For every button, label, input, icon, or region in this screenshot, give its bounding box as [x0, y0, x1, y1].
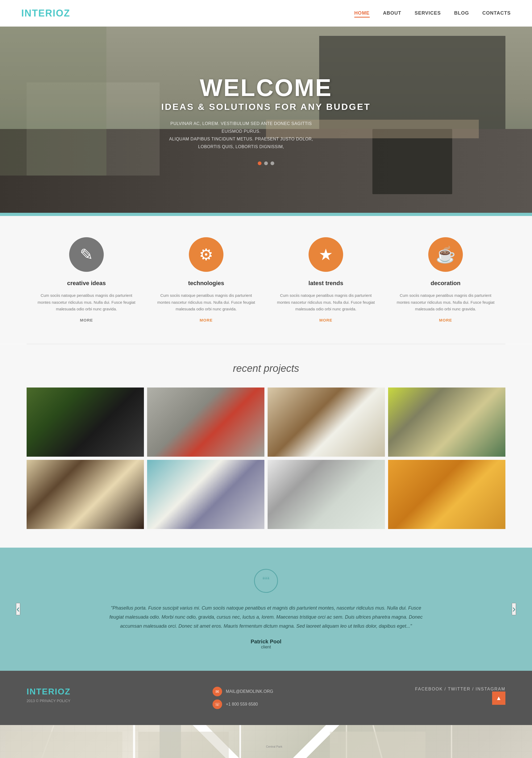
- email-icon: ✉: [213, 687, 222, 696]
- footer-logo-accent: OZ: [58, 687, 70, 696]
- testimonial-author: Patrick Pool: [53, 638, 479, 645]
- features-section: ✎ creative ideas Cum sociis natoque pena…: [0, 216, 532, 344]
- technologies-title: technologies: [154, 280, 259, 287]
- hero-content: WELCOME IDEAS & SOLUTIONS FOR ANY BUDGET…: [161, 74, 371, 151]
- decoration-icon: ☕: [428, 237, 463, 272]
- hero-dot-2[interactable]: [264, 161, 268, 165]
- project-thumb-3[interactable]: [267, 388, 385, 457]
- feature-decoration: ☕ decoration Cum sociis natoque penatibu…: [393, 237, 498, 323]
- hero-carousel-dots: [258, 161, 274, 165]
- decoration-title: decoration: [393, 280, 498, 287]
- footer-contact-info: ✉ MAIL@DEMOLINK.ORG ☏ +1 800 559 6580: [213, 687, 273, 709]
- project-thumb-4[interactable]: [388, 388, 505, 457]
- technologies-icon: ⚙: [189, 237, 224, 272]
- feature-latest-trends: ★ latest trends Cum sociis natoque penat…: [273, 237, 378, 323]
- nav-link-about[interactable]: ABOUT: [383, 10, 401, 16]
- quote-icon: ““: [254, 569, 278, 593]
- teal-divider: [0, 213, 532, 216]
- project-thumb-2[interactable]: [147, 388, 265, 457]
- footer-logo: INTERIOZ: [27, 687, 70, 697]
- nav-item-contacts[interactable]: CONTACTS: [482, 10, 511, 16]
- main-nav: HOMEABOUTSERVICESBLOGCONTACTS: [354, 10, 511, 16]
- hero-line2: ALIQUAM DAPIBUS TINCIDUNT METUS. PRAESEN…: [161, 135, 321, 151]
- phone-icon: ☏: [213, 700, 222, 709]
- projects-section: recent projects: [0, 344, 532, 548]
- nav-item-home[interactable]: HOME: [354, 10, 370, 16]
- creative-ideas-desc: Cum sociis natoque penatibus magnis dis …: [34, 292, 139, 313]
- logo-text-accent: OZ: [56, 8, 70, 18]
- latest-trends-more-link[interactable]: MORE: [319, 318, 333, 322]
- back-to-top-button[interactable]: ▲: [492, 692, 505, 705]
- footer-logo-main: INTERI: [27, 687, 58, 696]
- project-thumb-5[interactable]: [27, 460, 144, 529]
- quote-mark: ““: [263, 575, 270, 587]
- footer-copyright: 2013 © PRIVACY POLICY: [27, 699, 70, 703]
- project-thumb-1[interactable]: [27, 388, 144, 457]
- creative-ideas-more-link[interactable]: MORE: [80, 318, 93, 322]
- map-section[interactable]: City Hall Central Park Forbes Ave: [0, 725, 532, 758]
- testimonial-role: client: [53, 645, 479, 649]
- footer-email-row: ✉ MAIL@DEMOLINK.ORG: [213, 687, 273, 696]
- hero-title: WELCOME: [161, 74, 371, 102]
- latest-trends-title: latest trends: [273, 280, 378, 287]
- projects-grid: [27, 388, 505, 529]
- nav-link-blog[interactable]: BLOG: [454, 10, 469, 16]
- project-thumb-8[interactable]: [388, 460, 505, 529]
- hero-dot-1[interactable]: [258, 161, 262, 165]
- project-thumb-6[interactable]: [147, 460, 265, 529]
- project-thumb-7[interactable]: [267, 460, 385, 529]
- hero-line1: PULVINAR AC, LOREM. VESTIBULUM SED ANTE …: [161, 120, 321, 135]
- nav-item-about[interactable]: ABOUT: [383, 10, 401, 16]
- feature-creative-ideas: ✎ creative ideas Cum sociis natoque pena…: [34, 237, 139, 323]
- footer-phone-row: ☏ +1 800 559 6580: [213, 700, 273, 709]
- hero-section: WELCOME IDEAS & SOLUTIONS FOR ANY BUDGET…: [0, 27, 532, 213]
- latest-trends-icon: ★: [308, 237, 343, 272]
- testimonial-prev-button[interactable]: ‹: [16, 603, 20, 615]
- decoration-desc: Cum sociis natoque penatibus magnis dis …: [393, 292, 498, 313]
- header: INTERIOZ HOMEABOUTSERVICESBLOGCONTACTS: [0, 0, 532, 27]
- site-logo[interactable]: INTERIOZ: [21, 8, 70, 19]
- technologies-more-link[interactable]: MORE: [200, 318, 213, 322]
- hero-subtitle: IDEAS & SOLUTIONS FOR ANY BUDGET: [161, 102, 371, 112]
- footer-phone: +1 800 559 6580: [226, 702, 258, 707]
- hero-dot-3[interactable]: [270, 161, 274, 165]
- nav-item-services[interactable]: SERVICES: [415, 10, 441, 16]
- nav-link-contacts[interactable]: CONTACTS: [482, 10, 511, 16]
- logo-text-main: INTERI: [21, 8, 56, 18]
- latest-trends-desc: Cum sociis natoque penatibus magnis dis …: [273, 292, 378, 313]
- decoration-more-link[interactable]: MORE: [439, 318, 452, 322]
- feature-technologies: ⚙ technologies Cum sociis natoque penati…: [154, 237, 259, 323]
- footer-email[interactable]: MAIL@DEMOLINK.ORG: [226, 689, 273, 694]
- projects-title: recent projects: [27, 363, 505, 374]
- footer-brand: INTERIOZ 2013 © PRIVACY POLICY: [27, 687, 70, 703]
- footer-social-links[interactable]: FACEBOOK / TWITTER / INSTAGRAM: [415, 687, 505, 692]
- nav-link-services[interactable]: SERVICES: [415, 10, 441, 16]
- nav-item-blog[interactable]: BLOG: [454, 10, 469, 16]
- creative-ideas-title: creative ideas: [34, 280, 139, 287]
- footer: INTERIOZ 2013 © PRIVACY POLICY ✉ MAIL@DE…: [0, 671, 532, 725]
- testimonial-text: "Phasellus porta. Fusce suscipit varius …: [106, 603, 426, 631]
- creative-ideas-icon: ✎: [69, 237, 104, 272]
- testimonial-next-button[interactable]: ›: [512, 603, 516, 615]
- nav-link-home[interactable]: HOME: [354, 10, 370, 17]
- technologies-desc: Cum sociis natoque penatibus magnis dis …: [154, 292, 259, 313]
- testimonial-section: ““ "Phasellus porta. Fusce suscipit vari…: [0, 548, 532, 671]
